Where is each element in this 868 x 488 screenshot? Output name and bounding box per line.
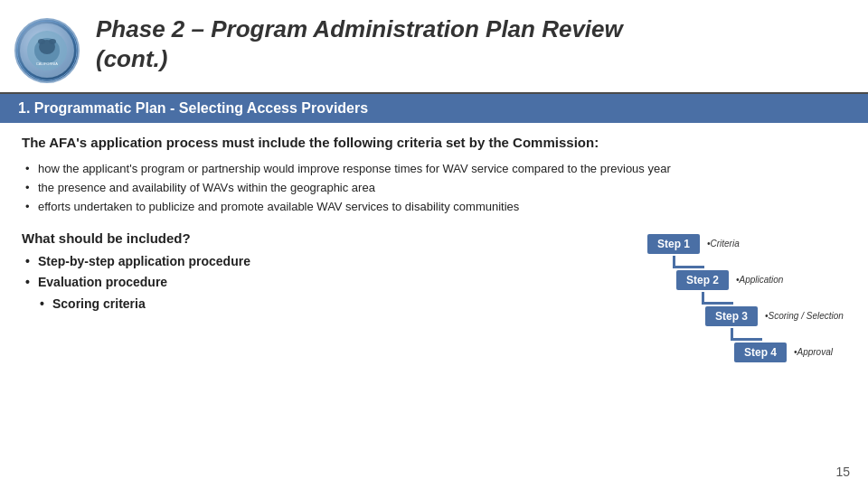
connector-2 <box>702 292 733 305</box>
step-4-label: •Approval <box>794 347 833 357</box>
svg-point-6 <box>49 39 56 44</box>
connector-horiz-1 <box>675 266 704 268</box>
content: The AFA's application process must inclu… <box>0 123 868 488</box>
list-item: Step-by-step application procedure <box>22 253 620 271</box>
connector-horiz-2 <box>704 302 733 305</box>
step-1-box: Step 1 <box>647 234 700 254</box>
step-1-row: Step 1 •Criteria <box>647 234 740 254</box>
section-label: 1. Programmatic Plan - Selecting Access … <box>18 100 368 116</box>
section-header: 1. Programmatic Plan - Selecting Access … <box>0 94 868 123</box>
step-2-box: Step 2 <box>676 270 729 290</box>
step-2-label: •Application <box>736 275 783 285</box>
what-included: What should be included? Step-by-step ap… <box>22 230 620 315</box>
step-3-label: •Scoring / Selection <box>765 311 844 321</box>
bottom-section: What should be included? Step-by-step ap… <box>22 230 846 479</box>
intro-paragraph: The AFA's application process must inclu… <box>22 135 599 150</box>
logo: CALIFORNIA <box>14 18 80 83</box>
list-item: efforts undertaken to publicize and prom… <box>25 199 846 216</box>
header: CALIFORNIA Phase 2 – Program Administrat… <box>0 0 868 94</box>
connector-horiz-3 <box>733 338 762 341</box>
list-item: the presence and availability of WAVs wi… <box>25 180 846 197</box>
svg-point-5 <box>38 39 45 44</box>
step-3-row: Step 3 •Scoring / Selection <box>705 306 844 326</box>
what-list: Step-by-step application procedure Evalu… <box>22 253 620 314</box>
title-line1: Phase 2 – Program Administration Plan Re… <box>96 15 623 42</box>
page-title: Phase 2 – Program Administration Plan Re… <box>96 14 846 73</box>
what-title: What should be included? <box>22 230 620 246</box>
logo-circle: CALIFORNIA <box>14 18 80 83</box>
step-3-box: Step 3 <box>705 306 758 326</box>
step-4-row: Step 4 •Approval <box>734 343 833 362</box>
step-2-row: Step 2 •Application <box>676 270 783 290</box>
connector-1 <box>673 256 704 268</box>
steps-diagram: Step 1 •Criteria Step 2 •Application <box>647 230 846 362</box>
page-container: CALIFORNIA Phase 2 – Program Administrat… <box>0 0 868 488</box>
svg-text:CALIFORNIA: CALIFORNIA <box>36 61 58 66</box>
page-number: 15 <box>835 465 850 479</box>
list-item-scoring: Scoring criteria <box>22 296 620 314</box>
connector-3 <box>731 328 762 341</box>
title-block: Phase 2 – Program Administration Plan Re… <box>96 14 846 73</box>
criteria-list: how the applicant's program or partnersh… <box>22 161 846 218</box>
list-item: how the applicant's program or partnersh… <box>25 161 846 178</box>
intro-text: The AFA's application process must inclu… <box>22 134 846 152</box>
step-4-box: Step 4 <box>734 343 787 362</box>
title-line2: (cont.) <box>96 45 167 72</box>
list-item: Evaluation procedure <box>22 274 620 292</box>
step-1-label: •Criteria <box>707 239 740 249</box>
